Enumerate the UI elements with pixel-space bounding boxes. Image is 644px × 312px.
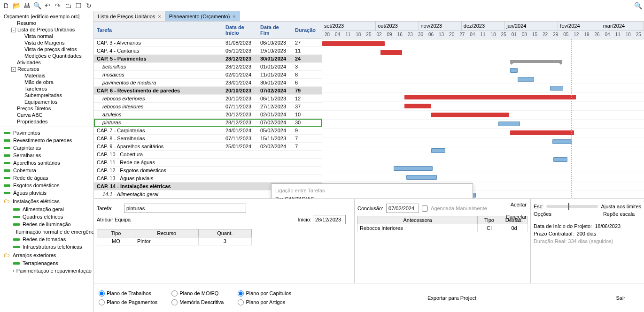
task-row[interactable]: CAP. 8 - Serralharias07/11/202315/11/202… bbox=[94, 135, 322, 143]
task-row[interactable]: pavimentos de madeira23/01/202430/01/202… bbox=[94, 79, 322, 87]
chapter-item[interactable]: Redes de iluminação bbox=[2, 221, 92, 228]
options-button[interactable]: Opções bbox=[534, 211, 551, 217]
undo-icon[interactable]: ↶ bbox=[43, 1, 52, 10]
gantt-bar[interactable] bbox=[553, 157, 567, 162]
print-icon[interactable]: 🖶 bbox=[23, 1, 31, 10]
gantt-bar[interactable] bbox=[498, 122, 520, 126]
chapter-item[interactable]: Revestimento de paredes bbox=[2, 137, 92, 144]
col-dur[interactable]: Duração bbox=[292, 22, 322, 39]
task-row[interactable]: pinturas28/12/202307/02/202430 bbox=[94, 119, 322, 127]
tree-node[interactable]: Propriedades bbox=[2, 118, 92, 125]
tree-node[interactable]: Mão de obra bbox=[2, 79, 92, 85]
task-row[interactable]: CAP. 3 - Alvenarias31/08/202306/10/20232… bbox=[94, 39, 322, 47]
chapter-item[interactable]: Quadros elétricos bbox=[2, 213, 92, 221]
tree-node[interactable]: Vista de Margens bbox=[2, 39, 92, 46]
task-row[interactable]: azulejos20/12/202302/01/202410 bbox=[94, 111, 322, 119]
search-icon[interactable]: 🔍 bbox=[634, 1, 642, 10]
redo-icon[interactable]: ↷ bbox=[54, 1, 62, 10]
gantt-bar[interactable] bbox=[380, 50, 402, 55]
tree-node[interactable]: Preços Diretos bbox=[2, 105, 92, 112]
team-table[interactable]: TipoRecursoQuant. MOPintor3 bbox=[97, 229, 252, 245]
radio-capitulos[interactable]: Plano por Capítulos bbox=[238, 290, 291, 297]
task-row[interactable]: CAP. 13 - Águas pluviais bbox=[94, 175, 322, 183]
chapter-item[interactable]: Terraplenagens bbox=[2, 259, 92, 267]
tree-node[interactable]: Equipamentos bbox=[2, 99, 92, 105]
gantt-bar[interactable] bbox=[404, 95, 576, 99]
tree-node[interactable]: Materiais bbox=[2, 72, 92, 79]
gantt-bar[interactable] bbox=[550, 86, 563, 91]
task-row[interactable]: CAP. 9 - Aparelhos sanitários25/01/20240… bbox=[94, 143, 322, 151]
copy-icon[interactable]: ❐ bbox=[74, 1, 83, 10]
col-task[interactable]: Tarefa bbox=[94, 22, 223, 39]
new-icon[interactable]: 🗋 bbox=[2, 1, 10, 10]
close-icon[interactable]: × bbox=[158, 14, 161, 19]
tree-root[interactable]: Orçamento [edifício exemplo.orc] bbox=[2, 13, 92, 20]
chapter-item[interactable]: Cobertura bbox=[2, 167, 92, 174]
radio-plano-trabalhos[interactable]: Plano de Trabalhos bbox=[99, 290, 157, 297]
chapter-item[interactable]: Infraestruturas telefónicas bbox=[2, 243, 92, 251]
chapter-item[interactable]: Iluminação normal e de emergência bbox=[2, 228, 92, 236]
gantt-bar[interactable] bbox=[404, 104, 432, 108]
chapter-item[interactable]: Esgotos domésticos bbox=[2, 182, 92, 189]
open-icon[interactable]: 📂 bbox=[12, 1, 21, 10]
end-input[interactable] bbox=[386, 204, 419, 213]
exit-button[interactable]: Sair bbox=[616, 295, 625, 301]
task-row[interactable]: CAP. 6 - Revestimento de paredes20/10/20… bbox=[94, 87, 322, 95]
tree-node[interactable]: Atividades bbox=[2, 59, 92, 66]
tab[interactable]: Lista de Preços Unitários× bbox=[94, 11, 165, 21]
tree-node[interactable]: Resumo bbox=[2, 20, 92, 26]
task-row[interactable]: CAP. 11 - Rede de águas bbox=[94, 159, 322, 167]
refresh-icon[interactable]: ↻ bbox=[85, 1, 93, 10]
gantt-bar[interactable] bbox=[510, 130, 574, 135]
task-table[interactable]: Tarefa Data de Início Data de Fim Duraçã… bbox=[94, 22, 322, 198]
gantt-bar[interactable] bbox=[431, 148, 445, 153]
chapter-item[interactable]: Rede de águas bbox=[2, 174, 92, 182]
radio-plano-moeq[interactable]: Plano de MO/EQ bbox=[171, 290, 224, 297]
tree-node[interactable]: -Lista de Preços Unitários bbox=[2, 26, 92, 33]
chapter-item[interactable]: Carpintarias bbox=[2, 144, 92, 152]
chapter-item[interactable]: 🗁Arranjos exteriores bbox=[2, 251, 92, 259]
tree-node[interactable]: -Recursos bbox=[2, 66, 92, 72]
task-row[interactable]: CAP. 4 - Cantarias05/10/202319/10/202311 bbox=[94, 47, 322, 55]
tree-node[interactable]: Vista de preços diretos bbox=[2, 46, 92, 53]
export-button[interactable]: Exportar para Project bbox=[427, 295, 476, 301]
col-end[interactable]: Data de Fim bbox=[257, 22, 292, 39]
chapter-item[interactable]: Alimentação geral bbox=[2, 205, 92, 213]
task-row[interactable]: CAP. 12 - Esgotos domésticos bbox=[94, 167, 322, 175]
close-icon[interactable]: × bbox=[233, 14, 235, 19]
col-start[interactable]: Data de Início bbox=[223, 22, 257, 39]
tab[interactable]: Planeamento (Orçamento)× bbox=[165, 11, 240, 21]
chapter-item[interactable]: Pavimentos bbox=[2, 129, 92, 137]
reset-scale-button[interactable]: Repõe escala bbox=[603, 211, 635, 217]
gantt-bar[interactable] bbox=[510, 68, 518, 73]
gantt-bar[interactable] bbox=[552, 139, 572, 144]
task-row[interactable]: rebocos exteriores20/10/202306/11/202312 bbox=[94, 95, 322, 103]
task-row[interactable]: CAP. 7 - Carpintarias24/01/202405/02/202… bbox=[94, 127, 322, 135]
radio-artigos[interactable]: Plano por Artigos bbox=[238, 299, 291, 305]
task-name-input[interactable] bbox=[124, 204, 246, 213]
search-tool-icon[interactable]: 🔍 bbox=[33, 1, 41, 10]
chapter-item[interactable]: Aparelhos sanitários bbox=[2, 159, 92, 167]
gantt-bar[interactable] bbox=[322, 41, 385, 46]
chapter-item[interactable]: Redes de tomadas bbox=[2, 236, 92, 243]
tree-node[interactable]: Tarefeiros bbox=[2, 85, 92, 92]
task-row[interactable]: betonilhas28/12/202301/01/20243 bbox=[94, 63, 322, 71]
task-row[interactable]: rebocos interiores07/11/202327/12/202337 bbox=[94, 103, 322, 111]
chapter-item[interactable]: 🗁Instalações elétricas bbox=[2, 197, 92, 205]
scale-slider[interactable] bbox=[546, 205, 598, 208]
tree-node[interactable]: Curva ABC bbox=[2, 112, 92, 118]
manual-checkbox[interactable] bbox=[422, 205, 428, 212]
chapter-item[interactable]: Pavimentação e repavimentação bbox=[2, 267, 92, 274]
radio-memoria[interactable]: Memória Descritiva bbox=[171, 299, 224, 305]
task-row[interactable]: mosaicos02/01/202411/01/20248 bbox=[94, 71, 322, 79]
detail-accept-button[interactable]: Aceitar bbox=[506, 202, 527, 207]
chapter-item[interactable]: Águas pluviais bbox=[2, 189, 92, 197]
gantt-bar[interactable] bbox=[406, 175, 436, 180]
gantt-bar[interactable] bbox=[431, 113, 509, 117]
gantt-chart[interactable]: set/2023out/2023nov/2023dez/2023jan/2024… bbox=[322, 22, 644, 198]
task-row[interactable]: CAP. 5 - Pavimentos28/12/202330/01/20242… bbox=[94, 55, 322, 63]
detail-cancel-button[interactable]: Cancelar bbox=[506, 214, 527, 220]
radio-plano-pagamentos[interactable]: Plano de Pagamentos bbox=[99, 299, 157, 305]
gantt-bar[interactable] bbox=[510, 60, 562, 63]
chapter-item[interactable]: Serralharias bbox=[2, 152, 92, 159]
